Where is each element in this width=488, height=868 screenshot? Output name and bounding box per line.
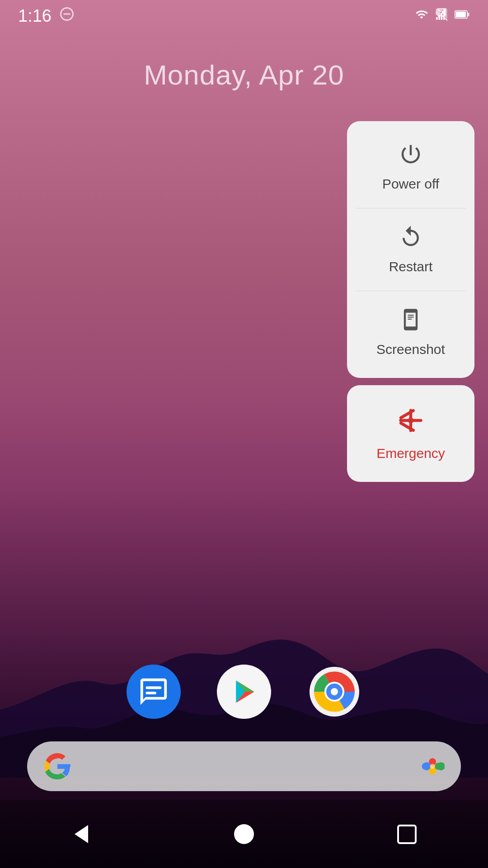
status-bar: 1:16 [0,0,488,32]
svg-rect-4 [446,9,447,19]
svg-rect-14 [399,409,415,420]
emergency-card: Emergency [347,385,474,482]
google-assistant-icon [419,754,445,779]
svg-rect-17 [146,692,156,694]
play-store-app-icon[interactable] [217,665,271,719]
svg-rect-3 [443,10,445,19]
restart-label: Restart [389,259,433,274]
screenshot-button[interactable]: Screenshot [347,291,474,373]
do-not-disturb-icon [59,6,75,26]
svg-rect-10 [408,319,412,320]
emergency-button[interactable]: Emergency [347,390,474,477]
google-logo [43,752,71,780]
svg-rect-9 [408,317,414,318]
emergency-icon [396,406,425,439]
svg-rect-2 [441,13,443,19]
date-display: Monday, Apr 20 [0,59,488,91]
wifi-icon [414,8,429,24]
svg-point-37 [234,824,254,844]
svg-rect-38 [398,826,416,843]
recents-button[interactable] [389,816,425,852]
svg-rect-6 [468,13,469,16]
power-options-card: Power off Restart Screens [347,121,474,378]
power-off-button[interactable]: Power off [347,126,474,208]
svg-rect-0 [436,17,438,19]
svg-rect-13 [399,419,422,422]
power-off-label: Power off [382,176,439,192]
svg-rect-7 [456,11,466,17]
screenshot-label: Screenshot [376,342,445,357]
svg-marker-36 [75,825,88,843]
svg-point-31 [422,763,429,770]
emergency-label: Emergency [376,446,445,461]
back-button[interactable] [63,816,99,852]
screenshot-icon [399,307,422,335]
messages-app-icon[interactable] [127,665,181,719]
status-left: 1:16 [18,6,75,26]
svg-point-35 [430,764,435,769]
svg-rect-15 [399,421,415,432]
time-display: 1:16 [18,6,52,26]
chrome-app-icon[interactable] [307,665,361,719]
power-menu: Power off Restart Screens [347,121,474,482]
restart-button[interactable]: Restart [347,208,474,291]
battery-icon [455,8,470,24]
svg-rect-1 [438,15,440,19]
dock [0,665,488,719]
svg-point-33 [435,763,442,770]
svg-point-26 [331,688,338,695]
power-off-icon [399,142,423,170]
signal-icon [436,8,448,24]
svg-rect-16 [146,686,162,689]
search-bar[interactable] [27,741,461,791]
svg-rect-8 [408,315,414,316]
restart-icon [399,225,423,253]
nav-bar [0,800,488,868]
status-right [414,8,470,24]
home-button[interactable] [226,816,262,852]
